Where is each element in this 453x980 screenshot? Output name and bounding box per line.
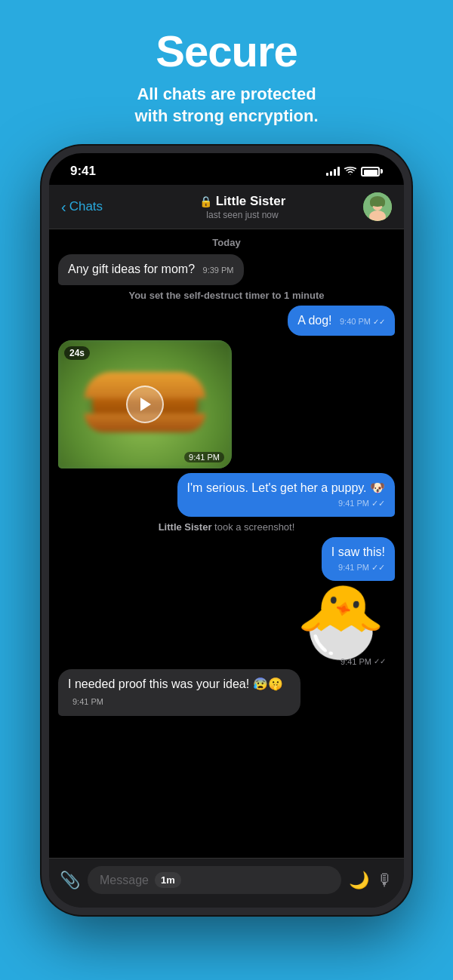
messages-list: Any gift ideas for mom? 9:39 PM You set …: [49, 254, 404, 858]
media-bubble: 24s 9:41 PM: [58, 340, 232, 468]
message-text: I'm serious. Let's get her a puppy. 🐶: [187, 481, 385, 494]
sticker-row: 🐣 9:41 PM ✓✓: [58, 585, 395, 666]
outgoing-bubble: A dog! 9:40 PM ✓✓: [288, 306, 395, 336]
status-bar: 9:41: [49, 153, 404, 185]
read-receipts: ✓✓: [371, 562, 385, 573]
message-time: 9:40 PM ✓✓: [340, 317, 385, 326]
message-time: 9:41 PM: [72, 697, 103, 706]
promo-title: Secure: [0, 27, 453, 75]
status-time: 9:41: [70, 164, 96, 179]
message-time: 9:39 PM: [203, 266, 234, 275]
input-bar: 📎 Message 1m 🌙 🎙: [49, 858, 404, 908]
screenshot-notice: Little Sister took a screenshot!: [58, 521, 395, 533]
message-input-wrap[interactable]: Message 1m: [88, 866, 341, 894]
avatar-image: [363, 192, 392, 221]
sticker-emoji: 🐣: [296, 585, 386, 657]
nav-bar: ‹ Chats 🔒 Little Sister last seen just n…: [49, 185, 404, 229]
svg-point-5: [381, 199, 385, 207]
last-seen: last seen just now: [206, 210, 278, 220]
chat-date: Today: [49, 237, 404, 248]
message-text: I needed proof this was your idea! 😰🤫: [68, 677, 283, 690]
message-2: A dog! 9:40 PM ✓✓: [58, 306, 395, 336]
phone-device: 9:41: [42, 146, 411, 915]
chat-area: Today Any gift ideas for mom? 9:39 PM Yo…: [49, 229, 404, 858]
nav-center: 🔒 Little Sister last seen just now: [199, 194, 286, 220]
message-text: A dog!: [297, 314, 331, 327]
back-arrow-icon: ‹: [61, 199, 66, 214]
outgoing-bubble-2: I'm serious. Let's get her a puppy. 🐶 9:…: [177, 473, 395, 517]
sticker-wrap: 🐣 9:41 PM ✓✓: [296, 585, 386, 666]
system-text: You set the self-destruct timer to 1 min…: [128, 290, 324, 301]
promo-subtitle: All chats are protectedwith strong encry…: [0, 83, 453, 127]
mic-icon[interactable]: 🎙: [377, 871, 393, 890]
bubble-bottom: 9:41 PM ✓✓: [331, 562, 385, 573]
avatar[interactable]: [363, 192, 392, 221]
incoming-bubble: Any gift ideas for mom? 9:39 PM: [58, 254, 244, 284]
message-text: Any gift ideas for mom?: [68, 263, 195, 275]
message-1: Any gift ideas for mom? 9:39 PM: [58, 254, 395, 284]
back-label: Chats: [69, 199, 103, 214]
outgoing-bubble-3: I saw this! 9:41 PM ✓✓: [322, 537, 395, 581]
message-time: 9:41 PM: [338, 498, 369, 509]
message-6: I needed proof this was your idea! 😰🤫 9:…: [58, 669, 395, 717]
status-icons: [326, 167, 383, 177]
message-placeholder: Message: [100, 874, 149, 887]
sticker-checks: ✓✓: [374, 657, 386, 665]
message-text: I saw this!: [331, 545, 385, 558]
back-button[interactable]: ‹ Chats: [61, 199, 122, 214]
bubble-bottom: 9:41 PM ✓✓: [187, 498, 385, 509]
chat-title: 🔒 Little Sister: [199, 194, 286, 209]
moon-icon[interactable]: 🌙: [349, 871, 369, 890]
sticker-time: 9:41 PM: [341, 657, 371, 666]
chat-name: Little Sister: [216, 194, 286, 209]
battery-icon: [361, 167, 383, 177]
svg-point-4: [370, 199, 374, 207]
message-time: 9:41 PM: [338, 562, 369, 573]
media-time: 9:41 PM: [184, 452, 224, 462]
media-timer: 24s: [64, 346, 90, 360]
incoming-bubble-2: I needed proof this was your idea! 😰🤫 9:…: [58, 669, 300, 717]
read-receipts: ✓✓: [371, 498, 385, 509]
timer-badge: 1m: [155, 872, 181, 888]
lock-icon: 🔒: [199, 195, 212, 207]
phone-wrapper: 9:41: [0, 146, 453, 915]
message-3-media: 24s 9:41 PM: [58, 340, 395, 468]
message-4: I'm serious. Let's get her a puppy. 🐶 9:…: [58, 473, 395, 517]
system-message-1: You set the self-destruct timer to 1 min…: [58, 290, 395, 301]
attach-icon[interactable]: 📎: [60, 871, 80, 890]
message-5: I saw this! 9:41 PM ✓✓: [58, 537, 395, 581]
play-button[interactable]: [126, 386, 164, 423]
promo-section: Secure All chats are protectedwith stron…: [0, 0, 453, 146]
wifi-icon: [344, 167, 356, 176]
signal-icon: [326, 167, 340, 176]
sticker-meta: 9:41 PM ✓✓: [341, 657, 386, 666]
